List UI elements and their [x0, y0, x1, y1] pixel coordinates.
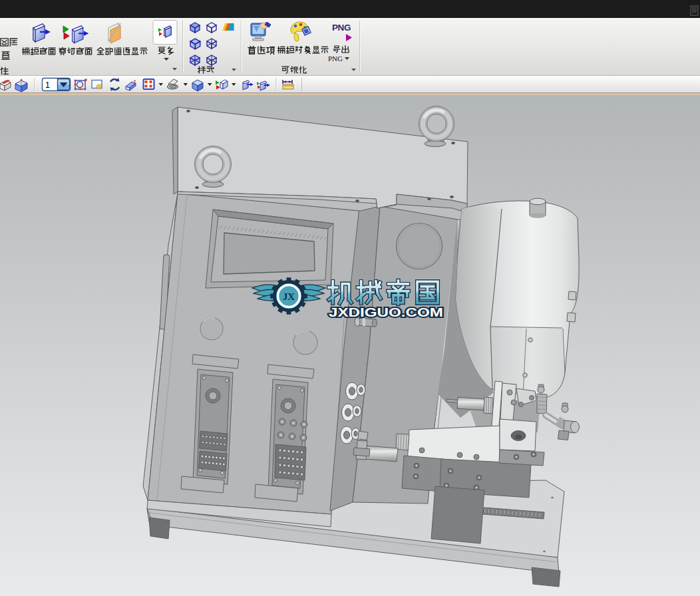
svg-text:JXDIGUO.COM: JXDIGUO.COM [329, 306, 443, 319]
svg-text:PNG: PNG [328, 55, 343, 63]
svg-text:JX: JX [283, 291, 295, 302]
svg-text:1: 1 [45, 80, 50, 90]
svg-text:PNG: PNG [332, 23, 351, 33]
